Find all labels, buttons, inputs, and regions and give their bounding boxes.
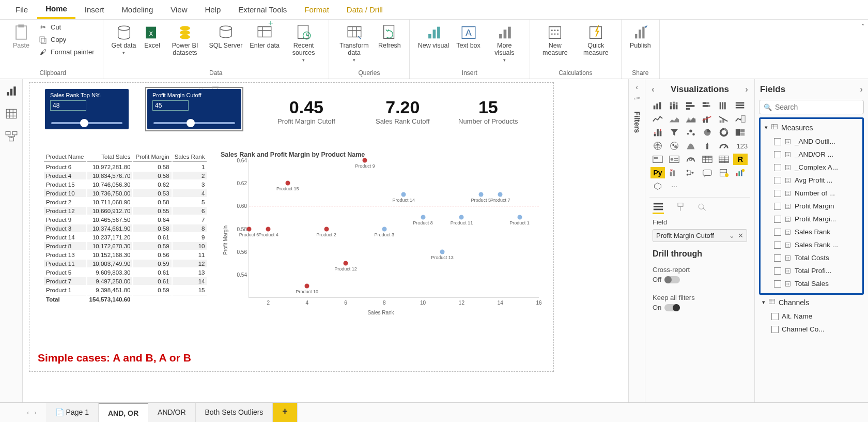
collapse-fields-icon[interactable]: ›	[860, 84, 863, 95]
card-number-of-products[interactable]: 15Number of Products	[458, 97, 518, 125]
scatter-point[interactable]	[459, 215, 464, 220]
field-item[interactable]: Profit Margi...	[761, 213, 862, 225]
sql-server-button[interactable]: SQL Server	[206, 22, 246, 52]
scatter-chart[interactable]: Sales Rank and Profit Margin by Product …	[221, 151, 541, 317]
format-painter-button[interactable]: 🖌Format painter	[35, 47, 98, 58]
viz-type-0[interactable]	[650, 100, 665, 111]
viz-type-10[interactable]	[717, 113, 731, 125]
add-page-button[interactable]: +	[273, 403, 298, 423]
slicer-sales-rank-input[interactable]	[50, 100, 86, 111]
data-view-icon[interactable]	[5, 107, 18, 120]
viz-type-28[interactable]	[717, 154, 731, 165]
ribbon-tab-external-tools[interactable]: External Tools	[230, 1, 295, 18]
field-item[interactable]: Avg Profit ...	[761, 174, 862, 187]
product-table[interactable]: Product NameTotal SalesProfit MarginSale…	[43, 151, 208, 305]
field-item[interactable]: Profit Margin	[761, 200, 862, 213]
viz-tab-fields[interactable]	[653, 202, 664, 214]
field-item[interactable]: _AND/OR ...	[761, 148, 862, 161]
checkbox[interactable]	[774, 216, 781, 223]
scatter-point[interactable]	[498, 192, 503, 197]
viz-type-3[interactable]	[700, 100, 715, 111]
viz-type-6[interactable]	[650, 113, 665, 125]
get-data-button[interactable]: Get data▾	[109, 22, 140, 58]
checkbox[interactable]	[774, 190, 781, 197]
field-item[interactable]: Channel Co...	[758, 323, 865, 336]
refresh-button[interactable]: Refresh	[375, 22, 404, 52]
new-visual-button[interactable]: New visual	[415, 22, 452, 52]
slider-thumb[interactable]	[187, 119, 195, 127]
field-chip-profit-margin-cutoff[interactable]: Profit Margin Cutoff ⌄✕	[653, 229, 747, 242]
viz-type-18[interactable]	[650, 140, 665, 152]
publish-button[interactable]: Publish	[627, 22, 654, 52]
viz-type-30[interactable]: Py	[650, 167, 665, 178]
field-item[interactable]: _Complex A...	[761, 161, 862, 174]
viz-type-1[interactable]	[667, 100, 681, 111]
table-row[interactable]: Product 310,374,661.900.588	[44, 224, 207, 232]
table-row[interactable]: Product 810,172,670.300.5910	[44, 242, 207, 250]
checkbox[interactable]	[771, 326, 779, 333]
scatter-point[interactable]	[421, 215, 425, 220]
viz-type-32[interactable]	[684, 167, 698, 178]
scatter-point[interactable]	[440, 249, 445, 254]
viz-type-34[interactable]	[717, 167, 731, 178]
ribbon-tab-format[interactable]: Format	[296, 1, 337, 18]
viz-type-23[interactable]: 123	[733, 140, 748, 152]
card-profit-margin-cutoff[interactable]: 0.45Profit Margin Cutoff	[277, 97, 335, 125]
table-row[interactable]: Product 79,497,250.000.6114	[44, 277, 207, 285]
scatter-point[interactable]	[401, 192, 406, 197]
checkbox[interactable]	[774, 267, 781, 275]
scatter-point[interactable]	[247, 227, 252, 231]
table-row[interactable]: Product 1410,237,171.200.619	[44, 233, 207, 241]
viz-type-4[interactable]	[717, 100, 731, 111]
viz-type-7[interactable]	[667, 113, 681, 125]
pbi-datasets-button[interactable]: Power BI datasets	[165, 22, 205, 59]
viz-type-2[interactable]	[684, 100, 698, 111]
tree-header-measures[interactable]: ▾ Measures	[761, 120, 862, 135]
table-row[interactable]: Product 210,711,068.900.585	[44, 198, 207, 206]
table-row[interactable]: Product 1110,003,749.900.5912	[44, 260, 207, 267]
scatter-point[interactable]	[266, 227, 271, 231]
checkbox[interactable]	[774, 151, 781, 158]
card-sales-rank-cutoff[interactable]: 7.20Sales Rank Cutoff	[376, 97, 430, 125]
fields-search[interactable]: 🔍	[759, 100, 864, 114]
excel-button[interactable]: xExcel	[141, 22, 164, 52]
expand-viz-icon[interactable]: ‹	[652, 84, 655, 95]
table-row[interactable]: Product 610,972,281.800.581	[44, 163, 207, 171]
scatter-point[interactable]	[363, 158, 367, 163]
report-canvas[interactable]: ··· Sales Rank Top N% Profit Margin Cuto…	[29, 82, 554, 372]
viz-type-21[interactable]	[700, 140, 715, 152]
enter-data-button[interactable]: +Enter data	[246, 22, 283, 52]
field-item[interactable]: _AND Outli...	[761, 135, 862, 148]
table-row[interactable]: Product 1210,660,912.700.556	[44, 207, 207, 215]
viz-type-19[interactable]	[667, 140, 681, 152]
viz-type-8[interactable]	[684, 113, 698, 125]
viz-type-17[interactable]	[733, 127, 748, 138]
field-item[interactable]: Total Sales	[761, 277, 862, 290]
model-view-icon[interactable]	[5, 130, 18, 143]
ribbon-tab-view[interactable]: View	[162, 1, 195, 18]
page-tab[interactable]: 📄 Page 1	[46, 403, 99, 423]
checkbox[interactable]	[771, 313, 779, 320]
viz-type-22[interactable]	[717, 140, 731, 152]
viz-tab-format[interactable]	[675, 202, 686, 214]
scatter-point[interactable]	[344, 261, 348, 265]
viz-type-27[interactable]	[700, 154, 715, 165]
field-item[interactable]: Sales Rank	[761, 225, 862, 238]
checkbox[interactable]	[774, 242, 781, 249]
table-row[interactable]: Product 59,609,803.300.6113	[44, 268, 207, 276]
viz-type-14[interactable]	[684, 127, 698, 138]
checkbox[interactable]	[774, 280, 781, 288]
checkbox[interactable]	[774, 229, 781, 236]
viz-type-11[interactable]	[733, 113, 748, 125]
slider-thumb[interactable]	[80, 119, 88, 127]
field-item[interactable]: Sales Rank ...	[761, 238, 862, 251]
table-row[interactable]: Product 19,398,451.800.5915	[44, 286, 207, 294]
checkbox[interactable]	[774, 164, 781, 171]
cut-button[interactable]: ✂Cut	[35, 22, 98, 33]
report-view-icon[interactable]	[5, 84, 18, 98]
expand-filters-icon[interactable]: ‹	[636, 83, 638, 91]
copy-button[interactable]: Copy	[35, 34, 98, 46]
scatter-point[interactable]	[305, 283, 309, 288]
tree-header-channels[interactable]: ▾ Channels	[758, 295, 865, 310]
table-row[interactable]: Product 1310,152,168.300.5611	[44, 251, 207, 259]
